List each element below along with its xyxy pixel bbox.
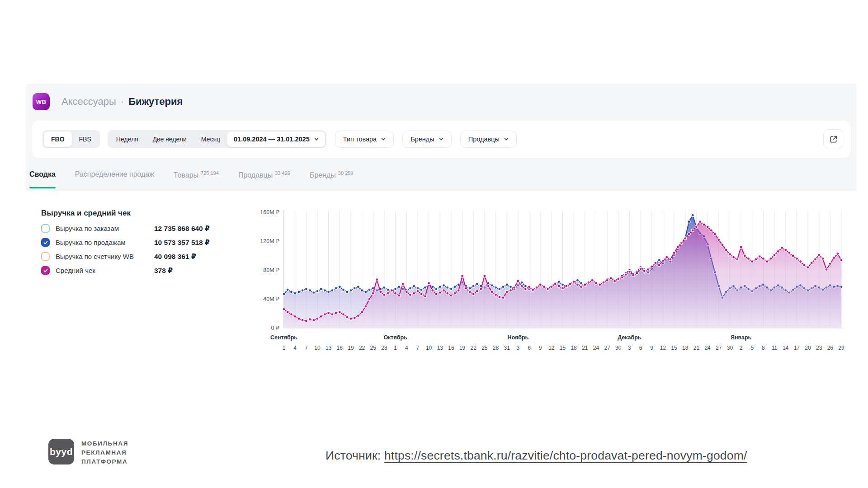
svg-text:Сентябрь: Сентябрь: [270, 334, 297, 341]
svg-text:24: 24: [593, 345, 599, 351]
svg-text:8: 8: [762, 345, 765, 351]
source-link[interactable]: https://secrets.tbank.ru/razvitie/chto-p…: [384, 449, 747, 462]
svg-text:28: 28: [493, 345, 499, 351]
breadcrumb-parent[interactable]: Аксессуары: [61, 96, 116, 108]
fulfillment-option-fbs[interactable]: FBS: [72, 131, 99, 147]
svg-text:7: 7: [416, 345, 420, 351]
svg-text:29: 29: [838, 345, 844, 351]
legend-value: 40 098 361 ₽: [154, 253, 196, 261]
external-link-icon: [829, 135, 838, 144]
svg-text:6: 6: [639, 345, 642, 351]
svg-text:4: 4: [293, 345, 297, 351]
byyd-tagline: МОБИЛЬНАЯРЕКЛАМНАЯПЛАТФОРМА: [81, 439, 128, 466]
svg-text:26: 26: [827, 345, 834, 351]
byyd-logo: byyd: [48, 439, 74, 465]
legend-label: Средний чек: [56, 267, 154, 274]
svg-text:5: 5: [750, 345, 754, 351]
tab-продавцы[interactable]: Продавцы33 426: [238, 170, 290, 189]
checkbox-checked[interactable]: [41, 238, 50, 247]
tab-count-badge: 33 426: [275, 170, 290, 176]
source-label: Источник:: [326, 449, 381, 462]
svg-text:23: 23: [816, 345, 822, 351]
svg-text:25: 25: [481, 345, 488, 351]
svg-text:80M ₽: 80M ₽: [263, 267, 279, 273]
svg-text:10: 10: [314, 345, 321, 351]
svg-text:Октябрь: Октябрь: [383, 334, 407, 341]
svg-text:16: 16: [448, 345, 454, 351]
svg-text:6: 6: [528, 345, 531, 351]
period-option[interactable]: Две недели: [146, 131, 194, 147]
svg-text:4: 4: [405, 345, 408, 351]
dropdown-продавцы[interactable]: Продавцы: [460, 131, 517, 148]
legend-item: Выручка по продажам10 573 357 518 ₽: [41, 238, 240, 247]
open-external-button[interactable]: [823, 129, 843, 149]
legend-value: 378 ₽: [154, 267, 173, 275]
svg-text:12: 12: [660, 345, 666, 351]
check-icon: [43, 268, 48, 273]
svg-text:27: 27: [716, 345, 722, 351]
period-option[interactable]: Месяц: [194, 131, 227, 147]
svg-text:1: 1: [394, 345, 397, 351]
legend-label: Выручка по продажам: [56, 239, 154, 246]
svg-text:15: 15: [560, 345, 566, 351]
filter-dropdowns: Тип товараБрендыПродавцы: [335, 131, 517, 148]
dropdown-бренды[interactable]: Бренды: [402, 131, 452, 148]
tab-распределение-продаж[interactable]: Распределение продаж: [75, 170, 154, 188]
checkbox-unchecked[interactable]: [41, 224, 50, 233]
wb-logo: WB: [33, 93, 50, 110]
svg-text:21: 21: [693, 345, 700, 351]
svg-text:40M ₽: 40M ₽: [263, 296, 279, 302]
svg-text:16: 16: [337, 345, 343, 351]
svg-text:160M ₽: 160M ₽: [260, 209, 279, 216]
svg-text:30: 30: [615, 345, 622, 351]
legend-label: Выручка по заказам: [56, 225, 154, 232]
tab-бренды[interactable]: Бренды30 259: [310, 170, 354, 189]
svg-text:24: 24: [704, 345, 711, 351]
legend-title: Выручка и средний чек: [41, 209, 240, 218]
analytics-dashboard: WB Аксессуары · Бижутерия FBOFBS НеделяД…: [26, 84, 857, 365]
svg-text:22: 22: [471, 345, 477, 351]
svg-text:Январь: Январь: [731, 334, 752, 341]
svg-text:18: 18: [571, 345, 577, 351]
dropdown-тип-товара[interactable]: Тип товара: [335, 131, 394, 148]
period-option[interactable]: Неделя: [109, 131, 146, 147]
legend-value: 12 735 868 640 ₽: [154, 225, 210, 233]
svg-text:9: 9: [650, 345, 653, 351]
svg-text:19: 19: [459, 345, 466, 351]
breadcrumb-separator: ·: [121, 96, 124, 108]
tab-товары[interactable]: Товары725 194: [174, 170, 219, 189]
svg-text:13: 13: [326, 345, 332, 351]
svg-text:Ноябрь: Ноябрь: [507, 334, 528, 341]
svg-text:1: 1: [283, 345, 286, 351]
breadcrumb-current: Бижутерия: [128, 96, 183, 108]
svg-text:15: 15: [671, 345, 677, 351]
chevron-down-icon: [439, 137, 443, 141]
svg-text:20: 20: [805, 345, 811, 351]
legend-item: Средний чек378 ₽: [41, 266, 240, 275]
checkbox-checked[interactable]: [41, 266, 50, 275]
svg-text:120M ₽: 120M ₽: [260, 238, 279, 244]
svg-text:21: 21: [582, 345, 588, 351]
chevron-down-icon: [314, 137, 319, 141]
svg-text:10: 10: [426, 345, 432, 351]
fulfillment-option-fbo[interactable]: FBO: [44, 131, 72, 147]
svg-text:3: 3: [517, 345, 520, 351]
svg-text:2: 2: [740, 345, 743, 351]
chevron-down-icon: [504, 137, 509, 141]
tab-count-badge: 725 194: [201, 170, 219, 176]
byyd-brand: byyd МОБИЛЬНАЯРЕКЛАМНАЯПЛАТФОРМА: [48, 439, 128, 466]
legend-value: 10 573 357 518 ₽: [154, 239, 210, 247]
source-line: Источник: https://secrets.tbank.ru/razvi…: [326, 449, 747, 463]
checkbox-unchecked[interactable]: [41, 252, 50, 261]
legend-item: Выручка по счетчику WB40 098 361 ₽: [41, 252, 240, 261]
svg-text:3: 3: [628, 345, 631, 351]
svg-text:25: 25: [370, 345, 377, 351]
period-selector: НеделяДве неделиМесяц01.09.2024 — 31.01.…: [108, 130, 326, 148]
tab-сводка[interactable]: Сводка: [29, 170, 56, 188]
chevron-down-icon: [381, 137, 386, 141]
svg-text:11: 11: [772, 345, 778, 351]
date-range-picker[interactable]: 01.09.2024 — 31.01.2025: [227, 131, 325, 147]
svg-text:13: 13: [437, 345, 443, 351]
legend-item: Выручка по заказам12 735 868 640 ₽: [41, 224, 240, 233]
svg-text:22: 22: [359, 345, 365, 351]
